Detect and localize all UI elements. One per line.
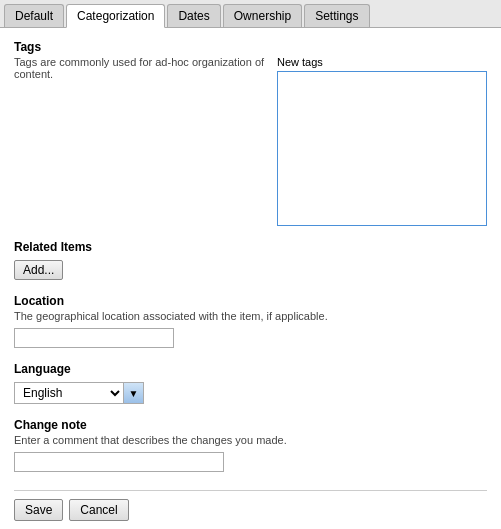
footer-buttons: Save Cancel: [14, 490, 487, 521]
change-note-description: Enter a comment that describes the chang…: [14, 434, 487, 446]
language-section: Language English French German Spanish I…: [14, 362, 487, 404]
change-note-section: Change note Enter a comment that describ…: [14, 418, 487, 472]
add-button[interactable]: Add...: [14, 260, 63, 280]
language-title: Language: [14, 362, 487, 376]
change-note-input[interactable]: [14, 452, 224, 472]
new-tags-textarea[interactable]: [277, 71, 487, 226]
tags-section: Tags Tags are commonly used for ad-hoc o…: [14, 40, 487, 226]
tab-settings[interactable]: Settings: [304, 4, 369, 27]
change-note-title: Change note: [14, 418, 487, 432]
related-items-section: Related Items Add...: [14, 240, 487, 280]
related-items-title: Related Items: [14, 240, 487, 254]
save-button[interactable]: Save: [14, 499, 63, 521]
new-tags-label: New tags: [277, 56, 323, 68]
tags-description: Tags are commonly used for ad-hoc organi…: [14, 56, 267, 80]
tab-bar: Default Categorization Dates Ownership S…: [0, 0, 501, 28]
tab-categorization[interactable]: Categorization: [66, 4, 165, 28]
language-select[interactable]: English French German Spanish Italian Po…: [15, 383, 123, 403]
location-description: The geographical location associated wit…: [14, 310, 487, 322]
tab-ownership[interactable]: Ownership: [223, 4, 302, 27]
main-content: Tags Tags are commonly used for ad-hoc o…: [0, 28, 501, 529]
cancel-button[interactable]: Cancel: [69, 499, 128, 521]
language-dropdown-arrow: ▼: [123, 383, 143, 403]
tab-dates[interactable]: Dates: [167, 4, 220, 27]
tags-title: Tags: [14, 40, 487, 54]
location-section: Location The geographical location assoc…: [14, 294, 487, 348]
location-input[interactable]: [14, 328, 174, 348]
location-title: Location: [14, 294, 487, 308]
tab-default[interactable]: Default: [4, 4, 64, 27]
language-select-wrapper[interactable]: English French German Spanish Italian Po…: [14, 382, 144, 404]
